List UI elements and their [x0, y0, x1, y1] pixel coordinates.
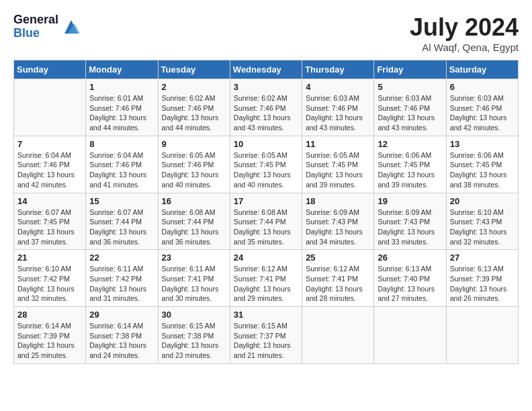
calendar-cell: 30 Sunrise: 6:15 AM Sunset: 7:38 PM Dayl…	[158, 307, 230, 364]
calendar-week-row: 14 Sunrise: 6:07 AM Sunset: 7:45 PM Dayl…	[14, 193, 519, 250]
day-number: 31	[234, 310, 298, 320]
calendar-week-row: 7 Sunrise: 6:04 AM Sunset: 7:46 PM Dayli…	[14, 136, 519, 193]
calendar-week-row: 1 Sunrise: 6:01 AM Sunset: 7:46 PM Dayli…	[14, 79, 519, 136]
calendar-cell: 26 Sunrise: 6:13 AM Sunset: 7:40 PM Dayl…	[374, 250, 446, 307]
calendar-cell: 11 Sunrise: 6:05 AM Sunset: 7:45 PM Dayl…	[302, 136, 374, 193]
day-number: 19	[378, 196, 442, 206]
day-info: Sunrise: 6:06 AM Sunset: 7:45 PM Dayligh…	[378, 150, 442, 190]
calendar-cell: 24 Sunrise: 6:12 AM Sunset: 7:41 PM Dayl…	[230, 250, 302, 307]
day-info: Sunrise: 6:13 AM Sunset: 7:40 PM Dayligh…	[378, 264, 442, 304]
calendar-week-row: 21 Sunrise: 6:10 AM Sunset: 7:42 PM Dayl…	[14, 250, 519, 307]
day-number: 12	[378, 139, 442, 149]
calendar-cell: 12 Sunrise: 6:06 AM Sunset: 7:45 PM Dayl…	[374, 136, 446, 193]
calendar-cell: 2 Sunrise: 6:02 AM Sunset: 7:46 PM Dayli…	[158, 79, 230, 136]
day-info: Sunrise: 6:03 AM Sunset: 7:46 PM Dayligh…	[450, 93, 515, 133]
day-number: 25	[306, 253, 370, 263]
calendar-cell: 17 Sunrise: 6:08 AM Sunset: 7:44 PM Dayl…	[230, 193, 302, 250]
day-info: Sunrise: 6:07 AM Sunset: 7:44 PM Dayligh…	[89, 208, 154, 247]
calendar-cell: 8 Sunrise: 6:04 AM Sunset: 7:46 PM Dayli…	[86, 136, 158, 193]
day-number: 24	[234, 253, 298, 263]
day-info: Sunrise: 6:02 AM Sunset: 7:46 PM Dayligh…	[234, 93, 298, 133]
day-info: Sunrise: 6:14 AM Sunset: 7:39 PM Dayligh…	[17, 321, 82, 361]
calendar-cell: 13 Sunrise: 6:06 AM Sunset: 7:45 PM Dayl…	[446, 136, 518, 193]
weekday-header: Saturday	[446, 60, 518, 79]
day-number: 27	[450, 253, 515, 263]
day-number: 1	[89, 82, 154, 92]
calendar-cell: 4 Sunrise: 6:03 AM Sunset: 7:46 PM Dayli…	[302, 79, 374, 136]
day-number: 23	[162, 253, 226, 263]
day-info: Sunrise: 6:03 AM Sunset: 7:46 PM Dayligh…	[378, 93, 442, 133]
day-number: 29	[89, 310, 154, 320]
day-number: 13	[450, 139, 515, 149]
day-number: 20	[450, 196, 515, 206]
day-number: 2	[162, 82, 226, 92]
day-info: Sunrise: 6:11 AM Sunset: 7:41 PM Dayligh…	[162, 264, 226, 304]
calendar-cell: 27 Sunrise: 6:13 AM Sunset: 7:39 PM Dayl…	[446, 250, 518, 307]
weekday-header-row: SundayMondayTuesdayWednesdayThursdayFrid…	[14, 60, 519, 79]
calendar-table: SundayMondayTuesdayWednesdayThursdayFrid…	[13, 60, 519, 364]
calendar-cell: 1 Sunrise: 6:01 AM Sunset: 7:46 PM Dayli…	[86, 79, 158, 136]
day-number: 6	[450, 82, 515, 92]
day-number: 28	[17, 310, 82, 320]
day-info: Sunrise: 6:12 AM Sunset: 7:41 PM Dayligh…	[306, 264, 370, 304]
weekday-header: Monday	[86, 60, 158, 79]
day-info: Sunrise: 6:05 AM Sunset: 7:46 PM Dayligh…	[162, 150, 226, 190]
calendar-cell: 22 Sunrise: 6:11 AM Sunset: 7:42 PM Dayl…	[86, 250, 158, 307]
calendar-cell: 25 Sunrise: 6:12 AM Sunset: 7:41 PM Dayl…	[302, 250, 374, 307]
logo-icon	[61, 17, 81, 37]
weekday-header: Thursday	[302, 60, 374, 79]
calendar-cell	[446, 307, 518, 364]
logo: General Blue	[13, 13, 81, 40]
day-info: Sunrise: 6:05 AM Sunset: 7:45 PM Dayligh…	[234, 150, 298, 190]
logo-general: General	[13, 13, 58, 27]
title-section: July 2024 Al Waqf, Qena, Egypt	[410, 13, 519, 53]
day-info: Sunrise: 6:09 AM Sunset: 7:43 PM Dayligh…	[306, 208, 370, 247]
day-info: Sunrise: 6:14 AM Sunset: 7:38 PM Dayligh…	[89, 321, 154, 361]
day-info: Sunrise: 6:09 AM Sunset: 7:43 PM Dayligh…	[378, 208, 442, 247]
day-number: 9	[162, 139, 226, 149]
day-info: Sunrise: 6:01 AM Sunset: 7:46 PM Dayligh…	[89, 93, 154, 133]
day-number: 30	[162, 310, 226, 320]
day-info: Sunrise: 6:05 AM Sunset: 7:45 PM Dayligh…	[306, 150, 370, 190]
calendar-cell: 7 Sunrise: 6:04 AM Sunset: 7:46 PM Dayli…	[14, 136, 86, 193]
day-info: Sunrise: 6:10 AM Sunset: 7:42 PM Dayligh…	[17, 264, 82, 304]
calendar-cell: 18 Sunrise: 6:09 AM Sunset: 7:43 PM Dayl…	[302, 193, 374, 250]
location: Al Waqf, Qena, Egypt	[410, 42, 519, 53]
day-info: Sunrise: 6:11 AM Sunset: 7:42 PM Dayligh…	[89, 264, 154, 304]
day-info: Sunrise: 6:04 AM Sunset: 7:46 PM Dayligh…	[17, 150, 82, 190]
calendar-week-row: 28 Sunrise: 6:14 AM Sunset: 7:39 PM Dayl…	[14, 307, 519, 364]
day-info: Sunrise: 6:12 AM Sunset: 7:41 PM Dayligh…	[234, 264, 298, 304]
day-number: 11	[306, 139, 370, 149]
day-info: Sunrise: 6:10 AM Sunset: 7:43 PM Dayligh…	[450, 208, 515, 247]
calendar-cell: 5 Sunrise: 6:03 AM Sunset: 7:46 PM Dayli…	[374, 79, 446, 136]
day-info: Sunrise: 6:02 AM Sunset: 7:46 PM Dayligh…	[162, 93, 226, 133]
day-number: 14	[17, 196, 82, 206]
day-info: Sunrise: 6:15 AM Sunset: 7:38 PM Dayligh…	[162, 321, 226, 361]
day-info: Sunrise: 6:08 AM Sunset: 7:44 PM Dayligh…	[162, 208, 226, 247]
weekday-header: Friday	[374, 60, 446, 79]
calendar-cell: 29 Sunrise: 6:14 AM Sunset: 7:38 PM Dayl…	[86, 307, 158, 364]
weekday-header: Wednesday	[230, 60, 302, 79]
calendar-cell: 3 Sunrise: 6:02 AM Sunset: 7:46 PM Dayli…	[230, 79, 302, 136]
day-info: Sunrise: 6:15 AM Sunset: 7:37 PM Dayligh…	[234, 321, 298, 361]
day-number: 15	[89, 196, 154, 206]
calendar-cell: 9 Sunrise: 6:05 AM Sunset: 7:46 PM Dayli…	[158, 136, 230, 193]
calendar-cell: 6 Sunrise: 6:03 AM Sunset: 7:46 PM Dayli…	[446, 79, 518, 136]
day-number: 18	[306, 196, 370, 206]
calendar-cell	[302, 307, 374, 364]
day-number: 26	[378, 253, 442, 263]
day-info: Sunrise: 6:07 AM Sunset: 7:45 PM Dayligh…	[17, 208, 82, 247]
weekday-header: Tuesday	[158, 60, 230, 79]
day-info: Sunrise: 6:13 AM Sunset: 7:39 PM Dayligh…	[450, 264, 515, 304]
calendar-cell: 31 Sunrise: 6:15 AM Sunset: 7:37 PM Dayl…	[230, 307, 302, 364]
calendar-cell: 10 Sunrise: 6:05 AM Sunset: 7:45 PM Dayl…	[230, 136, 302, 193]
weekday-header: Sunday	[14, 60, 86, 79]
day-number: 7	[17, 139, 82, 149]
calendar-cell: 16 Sunrise: 6:08 AM Sunset: 7:44 PM Dayl…	[158, 193, 230, 250]
month-title: July 2024	[410, 13, 519, 42]
day-info: Sunrise: 6:04 AM Sunset: 7:46 PM Dayligh…	[89, 150, 154, 190]
page-header: General Blue July 2024 Al Waqf, Qena, Eg…	[13, 13, 519, 53]
day-number: 3	[234, 82, 298, 92]
logo-blue: Blue	[13, 27, 58, 40]
calendar-cell	[14, 79, 86, 136]
